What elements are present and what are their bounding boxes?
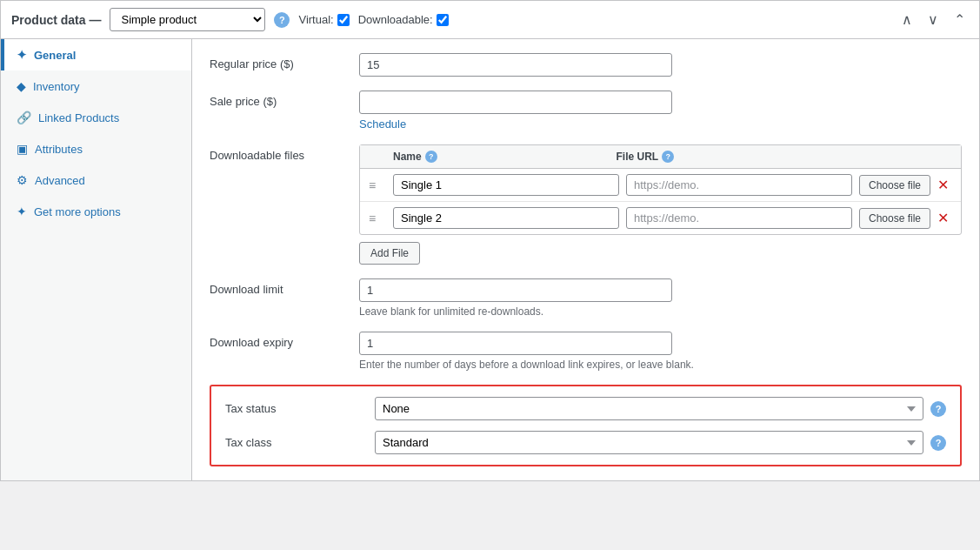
- downloadable-files-row: Downloadable files Name ? File URL ?: [210, 144, 962, 265]
- sidebar-label-linked-products: Linked Products: [38, 111, 119, 124]
- tax-class-field: Standard Reduced rate Zero rate ?: [375, 431, 946, 454]
- general-icon: ✦: [17, 48, 27, 62]
- file-row: ≡ Choose file ✕: [360, 202, 961, 234]
- add-file-button[interactable]: Add File: [359, 242, 420, 265]
- download-limit-input[interactable]: [359, 278, 672, 302]
- sidebar-label-advanced: Advanced: [35, 174, 85, 187]
- tax-class-help-icon[interactable]: ?: [930, 435, 946, 451]
- sale-price-label: Sale price ($): [210, 91, 349, 108]
- drag-handle-1[interactable]: ≡: [369, 178, 386, 192]
- tax-status-row: Tax status None Taxable Shipping only ?: [225, 397, 946, 420]
- downloadable-label: Downloadable:: [358, 13, 433, 26]
- collapse-down-button[interactable]: ∨: [924, 10, 942, 30]
- sidebar-label-inventory: Inventory: [33, 80, 79, 93]
- downloadable-files-field: Name ? File URL ? ≡: [359, 144, 962, 265]
- file-actions-2: Choose file ✕: [859, 208, 952, 229]
- download-limit-label: Download limit: [210, 278, 349, 296]
- inventory-icon: ◆: [17, 79, 26, 93]
- download-limit-row: Download limit Leave blank for unlimited…: [210, 278, 962, 318]
- sidebar-item-inventory[interactable]: ◆ Inventory: [1, 70, 191, 102]
- tax-section: Tax status None Taxable Shipping only ? …: [210, 385, 962, 466]
- product-type-select[interactable]: Simple product Variable product Grouped …: [110, 8, 265, 31]
- url-column-header: File URL ?: [617, 151, 833, 163]
- file-name-input-2[interactable]: [393, 207, 619, 229]
- product-data-panel: Product data — Simple product Variable p…: [0, 0, 980, 481]
- virtual-checkbox[interactable]: [337, 14, 350, 26]
- file-url-input-1[interactable]: [626, 174, 852, 196]
- actions-column-header: [839, 151, 952, 163]
- sidebar-label-attributes: Attributes: [35, 143, 83, 156]
- file-row: ≡ Choose file ✕: [360, 169, 961, 202]
- regular-price-field: [359, 53, 962, 77]
- sale-price-field: Schedule: [359, 91, 962, 131]
- panel-header: Product data — Simple product Variable p…: [1, 1, 979, 39]
- file-name-input-1[interactable]: [393, 174, 619, 196]
- downloadable-check-group: Downloadable:: [358, 13, 449, 26]
- regular-price-label: Regular price ($): [210, 53, 349, 70]
- drag-header: [369, 151, 386, 163]
- file-actions-1: Choose file ✕: [859, 175, 952, 196]
- virtual-check-group: Virtual:: [298, 13, 349, 26]
- file-url-input-2[interactable]: [626, 207, 852, 229]
- tax-class-select[interactable]: Standard Reduced rate Zero rate: [375, 431, 923, 454]
- download-expiry-field: Enter the number of days before a downlo…: [359, 332, 962, 371]
- tax-status-select[interactable]: None Taxable Shipping only: [375, 397, 923, 420]
- download-limit-field: Leave blank for unlimited re-downloads.: [359, 278, 962, 318]
- sidebar-label-general: General: [34, 49, 76, 62]
- sidebar-item-linked-products[interactable]: 🔗 Linked Products: [1, 102, 191, 133]
- downloadable-checkbox[interactable]: [437, 14, 449, 26]
- sidebar-item-advanced[interactable]: ⚙ Advanced: [1, 164, 191, 196]
- download-limit-hint: Leave blank for unlimited re-downloads.: [359, 305, 962, 318]
- sidebar-item-get-more-options[interactable]: ✦ Get more options: [1, 196, 191, 227]
- get-more-icon: ✦: [17, 205, 27, 218]
- remove-file-button-1[interactable]: ✕: [934, 177, 952, 193]
- regular-price-row: Regular price ($): [210, 53, 962, 77]
- files-table-header: Name ? File URL ?: [360, 145, 961, 169]
- attributes-icon: ▣: [17, 142, 28, 156]
- schedule-link[interactable]: Schedule: [359, 117, 406, 131]
- sidebar-item-general[interactable]: ✦ General: [1, 39, 191, 70]
- choose-file-button-2[interactable]: Choose file: [859, 208, 930, 229]
- panel-title: Product data —: [11, 13, 101, 27]
- main-content: Regular price ($) Sale price ($) Schedul…: [192, 39, 979, 480]
- sidebar-item-attributes[interactable]: ▣ Attributes: [1, 133, 191, 164]
- collapse-up-button[interactable]: ∧: [898, 10, 916, 30]
- remove-file-button-2[interactable]: ✕: [934, 210, 952, 226]
- name-column-header: Name ?: [393, 151, 610, 163]
- sidebar: ✦ General ◆ Inventory 🔗 Linked Products …: [1, 39, 192, 480]
- linked-products-icon: 🔗: [17, 111, 31, 124]
- advanced-icon: ⚙: [17, 173, 28, 187]
- help-icon[interactable]: ?: [274, 12, 290, 28]
- tax-status-label: Tax status: [225, 402, 364, 415]
- url-help-icon[interactable]: ?: [662, 151, 674, 163]
- tax-status-help-icon[interactable]: ?: [930, 401, 946, 417]
- tax-class-label: Tax class: [225, 436, 364, 449]
- choose-file-button-1[interactable]: Choose file: [859, 175, 930, 196]
- expand-button[interactable]: ⌃: [950, 10, 969, 30]
- tax-status-field: None Taxable Shipping only ?: [375, 397, 946, 420]
- regular-price-input[interactable]: [359, 53, 672, 77]
- sale-price-input[interactable]: [359, 91, 672, 114]
- drag-handle-2[interactable]: ≡: [369, 211, 386, 225]
- downloadable-files-label: Downloadable files: [210, 144, 349, 162]
- name-help-icon[interactable]: ?: [425, 151, 437, 163]
- sidebar-label-get-more: Get more options: [34, 205, 121, 218]
- virtual-label: Virtual:: [298, 13, 333, 26]
- download-expiry-label: Download expiry: [210, 332, 349, 349]
- download-expiry-input[interactable]: [359, 332, 672, 355]
- download-expiry-hint: Enter the number of days before a downlo…: [359, 359, 962, 371]
- panel-body: ✦ General ◆ Inventory 🔗 Linked Products …: [1, 39, 979, 480]
- sale-price-row: Sale price ($) Schedule: [210, 91, 962, 131]
- files-table: Name ? File URL ? ≡: [359, 144, 962, 235]
- tax-class-row: Tax class Standard Reduced rate Zero rat…: [225, 431, 946, 454]
- download-expiry-row: Download expiry Enter the number of days…: [210, 332, 962, 371]
